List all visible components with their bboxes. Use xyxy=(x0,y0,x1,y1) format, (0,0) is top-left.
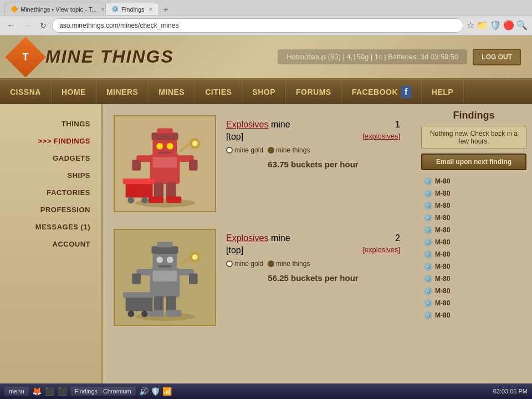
mine-rank-line-1: [top] [explosives] xyxy=(226,132,400,142)
nav-item-mines[interactable]: MINES xyxy=(149,80,195,104)
taskbar-icon-3[interactable]: ⬛ xyxy=(58,387,67,396)
svg-rect-15 xyxy=(166,182,176,198)
mine-number-1: 1 xyxy=(395,120,400,130)
svg-point-44 xyxy=(192,254,198,260)
sidebar-item-ships[interactable]: SHIPS xyxy=(0,167,101,184)
findings-panel: Findings Nothing new. Check back in a fe… xyxy=(416,104,532,383)
logout-button[interactable]: LOG OUT xyxy=(473,49,521,65)
list-item: ⚙️ M-80 xyxy=(421,261,526,272)
address-bar[interactable] xyxy=(52,18,463,33)
mine-title-line-1: Explosives mine 1 xyxy=(226,120,400,130)
miner-icon-10: ⚙️ xyxy=(423,287,433,295)
page-content: T MINE THINGS Hotrootsoup (60) | 4,150g … xyxy=(0,35,532,383)
mine-option-things-1[interactable]: mine things xyxy=(268,146,310,154)
taskbar-icon-2[interactable]: ⬛ xyxy=(45,387,54,396)
list-item: ⚙️ M-80 xyxy=(421,298,526,309)
svg-rect-17 xyxy=(166,197,181,203)
taskbar-menu[interactable]: menu xyxy=(4,387,29,396)
sidebar-item-findings[interactable]: >>> FINDINGS xyxy=(0,132,101,150)
svg-rect-39 xyxy=(154,296,163,312)
sidebar-item-messages[interactable]: MESSAGES (1) xyxy=(0,218,101,236)
svg-point-49 xyxy=(141,311,148,318)
radio-gold-2[interactable] xyxy=(226,260,233,267)
svg-rect-29 xyxy=(153,252,177,270)
mine-option-gold-1[interactable]: mine gold xyxy=(226,146,263,154)
tab-findings[interactable]: ⚙️ Findings × xyxy=(105,3,159,15)
tab-close-2[interactable]: × xyxy=(149,6,153,13)
mine-tag-1[interactable]: [explosives] xyxy=(362,132,400,142)
tab-favicon-1: 🔶 xyxy=(11,6,18,13)
forward-button[interactable]: → xyxy=(21,18,34,33)
radio-gold-1[interactable] xyxy=(226,147,233,154)
mine-card-2: Explosives mine 2 [top] [explosives] min… xyxy=(108,223,410,331)
mine-image-1 xyxy=(114,115,216,212)
findings-status: Nothing new. Check back in a few hours. xyxy=(421,126,526,149)
sidebar-item-things[interactable]: THINGS xyxy=(0,115,101,132)
nav-item-help[interactable]: HELP xyxy=(422,80,464,104)
list-item: ⚙️ M-80 xyxy=(421,249,526,260)
browser-tabs: 🔶 Minethings • View topic - T... × ⚙️ Fi… xyxy=(4,0,172,15)
nav-item-cissna[interactable]: CISSNA xyxy=(0,80,52,104)
svg-rect-14 xyxy=(154,182,163,198)
svg-rect-3 xyxy=(153,157,177,168)
mine-rate-2: 56.25 buckets per hour xyxy=(226,273,400,283)
mine-option-things-2[interactable]: mine things xyxy=(268,260,310,268)
miner-name-5: M-80 xyxy=(435,226,450,234)
tab-minethings[interactable]: 🔶 Minethings • View topic - T... × xyxy=(4,3,104,15)
nav-item-miners[interactable]: MINERS xyxy=(96,80,149,104)
mine-rank-2: [top] xyxy=(226,245,243,255)
list-item: ⚙️ M-80 xyxy=(421,200,526,211)
back-button[interactable]: ← xyxy=(4,18,18,33)
svg-point-19 xyxy=(192,141,198,146)
svg-rect-22 xyxy=(123,178,156,184)
svg-rect-37 xyxy=(132,273,141,284)
radio-things-2[interactable] xyxy=(268,260,274,267)
taskbar: menu 🦊 ⬛ ⬛ Findings - Chromium 🔊 🛡️ 📶 03… xyxy=(0,383,532,399)
sidebar-item-account[interactable]: ACCOUNT xyxy=(0,236,101,253)
nav-item-home[interactable]: HOME xyxy=(52,80,96,104)
svg-point-31 xyxy=(167,257,173,263)
mine-tag-2[interactable]: [explosives] xyxy=(362,245,400,255)
svg-rect-8 xyxy=(152,132,178,140)
mine-number-2: 2 xyxy=(395,233,400,243)
mine-robot-svg-1 xyxy=(115,116,215,211)
list-item: ⚙️ M-80 xyxy=(421,212,526,223)
mine-rate-1: 63.75 buckets per hour xyxy=(226,160,400,169)
list-item: ⚙️ M-80 xyxy=(421,285,526,296)
mine-type-link-1[interactable]: Explosives xyxy=(226,120,268,129)
radio-things-1[interactable] xyxy=(268,147,274,154)
tab-close-1[interactable]: × xyxy=(101,6,104,13)
bookmark-icon[interactable]: ☆ xyxy=(467,20,474,30)
sidebar-item-factories[interactable]: FACTORIES xyxy=(0,184,101,201)
mine-option-gold-2[interactable]: mine gold xyxy=(226,260,263,268)
miner-icon-6: ⚙️ xyxy=(423,238,433,247)
taskbar-active-window[interactable]: Findings - Chromium xyxy=(70,387,136,396)
new-tab-button[interactable]: + xyxy=(160,5,172,15)
miner-name-6: M-80 xyxy=(435,238,450,246)
miner-name-11: M-80 xyxy=(435,299,450,307)
miner-name-2: M-80 xyxy=(435,190,450,197)
mine-title-line-2: Explosives mine 2 xyxy=(226,233,400,243)
nav-item-cities[interactable]: CITIES xyxy=(195,80,242,104)
sidebar-item-gadgets[interactable]: GADGETS xyxy=(0,150,101,167)
ext-icon-4[interactable]: 🔍 xyxy=(516,20,528,30)
ext-icon-3[interactable]: 🔴 xyxy=(503,20,514,30)
miner-icon-9: ⚙️ xyxy=(423,274,433,283)
mine-type-link-2[interactable]: Explosives xyxy=(226,233,268,243)
miner-icon-12: ⚙️ xyxy=(423,311,433,320)
logo-inner: T xyxy=(23,51,29,63)
taskbar-icon-1[interactable]: 🦊 xyxy=(32,387,42,396)
ext-icon-2[interactable]: 🛡️ xyxy=(490,20,501,30)
nav-item-forums[interactable]: FORUMS xyxy=(286,80,342,104)
ext-icon-1[interactable]: 📁 xyxy=(477,20,488,30)
nav-item-shop[interactable]: SHOP xyxy=(242,80,286,104)
miner-name-12: M-80 xyxy=(435,311,450,319)
logo-text: MINE THINGS xyxy=(45,47,174,67)
browser-titlebar: 🔶 Minethings • View topic - T... × ⚙️ Fi… xyxy=(0,0,532,16)
miner-name-10: M-80 xyxy=(435,287,450,295)
miner-icon-11: ⚙️ xyxy=(423,299,433,308)
sidebar-item-profession[interactable]: PROFESSION xyxy=(0,201,101,218)
nav-item-facebook[interactable]: FACEBOOK f xyxy=(342,80,422,104)
reload-button[interactable]: ↻ xyxy=(38,19,49,32)
email-upon-finding-button[interactable]: Email upon next finding xyxy=(421,154,526,170)
